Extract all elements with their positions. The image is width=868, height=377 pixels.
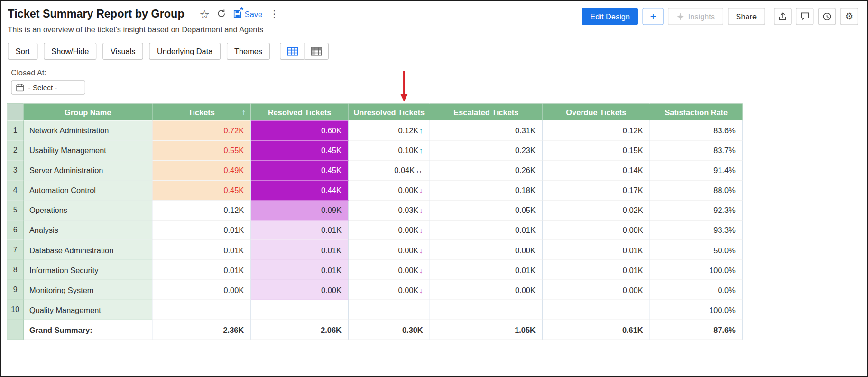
tickets-cell[interactable]: 0.72K xyxy=(152,120,251,140)
unresolved-tickets-cell[interactable]: 0.00K↓ xyxy=(348,220,430,240)
satisfaction-rate-cell[interactable]: 93.3% xyxy=(650,220,742,240)
overdue-tickets-cell[interactable] xyxy=(542,300,650,320)
overdue-tickets-cell[interactable]: 0.17K xyxy=(542,180,650,200)
satisfaction-rate-cell[interactable]: 50.0% xyxy=(650,240,742,260)
unresolved-tickets-cell[interactable]: 0.00K↓ xyxy=(348,240,430,260)
group-name-cell[interactable]: Server Administration xyxy=(24,160,152,180)
settings-button[interactable]: ⚙ xyxy=(840,8,858,25)
resolved-tickets-cell[interactable]: 0.45K xyxy=(251,160,349,180)
escalated-tickets-cell[interactable] xyxy=(430,300,542,320)
closed-at-select[interactable]: - Select - xyxy=(11,80,85,94)
resolved-tickets-cell[interactable]: 0.45K xyxy=(251,140,349,160)
tickets-cell[interactable]: 0.49K xyxy=(152,160,251,180)
group-name-cell[interactable]: Quality Management xyxy=(24,300,152,320)
tickets-cell[interactable] xyxy=(152,300,251,320)
table-view-button[interactable] xyxy=(280,43,304,60)
unresolved-tickets-cell[interactable] xyxy=(348,300,430,320)
more-options-icon[interactable]: ⋮ xyxy=(269,9,279,19)
satisfaction-rate-cell[interactable]: 0.0% xyxy=(650,280,742,300)
escalated-tickets-cell[interactable]: 0.00K xyxy=(430,280,542,300)
group-name-cell[interactable]: Information Security xyxy=(24,260,152,280)
toolbar-button-sort[interactable]: Sort xyxy=(8,43,37,60)
resolved-tickets-cell[interactable]: 0.01K xyxy=(251,260,349,280)
column-header-resolved-tickets[interactable]: Resolved Tickets xyxy=(251,104,349,121)
insights-button[interactable]: Insights xyxy=(668,8,723,25)
resolved-tickets-cell[interactable]: 0.60K xyxy=(251,120,349,140)
unresolved-tickets-cell[interactable]: 0.10K↑ xyxy=(348,140,430,160)
overdue-tickets-cell[interactable]: 0.14K xyxy=(542,160,650,180)
edit-design-button[interactable]: Edit Design xyxy=(582,8,638,25)
satisfaction-rate-cell[interactable]: 100.0% xyxy=(650,260,742,280)
overdue-tickets-cell[interactable]: 0.01K xyxy=(542,240,650,260)
unresolved-tickets-cell[interactable]: 0.00K↓ xyxy=(348,280,430,300)
group-name-cell[interactable]: Database Administration xyxy=(24,240,152,260)
add-button[interactable]: + xyxy=(643,8,664,25)
resolved-tickets-cell[interactable]: 0.00K xyxy=(251,280,349,300)
resolved-tickets-cell[interactable]: 0.01K xyxy=(251,240,349,260)
column-header-tickets[interactable]: Tickets ↑ xyxy=(152,104,251,121)
satisfaction-rate-cell[interactable]: 83.6% xyxy=(650,120,742,140)
group-name-cell[interactable]: Operations xyxy=(24,200,152,220)
resolved-tickets-cell[interactable]: 0.44K xyxy=(251,180,349,200)
escalated-tickets-cell[interactable]: 0.26K xyxy=(430,160,542,180)
column-header-group-name[interactable]: Group Name xyxy=(24,104,152,121)
escalated-tickets-cell[interactable]: 0.01K xyxy=(430,260,542,280)
satisfaction-rate-cell[interactable]: 83.7% xyxy=(650,140,742,160)
export-button[interactable] xyxy=(774,8,791,25)
column-header-escalated-tickets[interactable]: Escalated Tickets xyxy=(430,104,542,121)
tickets-cell[interactable]: 0.01K xyxy=(152,240,251,260)
resolved-tickets-cell[interactable] xyxy=(251,300,349,320)
column-header-satisfaction-rate[interactable]: Satisfaction Rate xyxy=(650,104,742,121)
escalated-tickets-cell[interactable]: 0.31K xyxy=(430,120,542,140)
group-name-cell[interactable]: Network Administration xyxy=(24,120,152,140)
overdue-tickets-cell[interactable]: 0.02K xyxy=(542,200,650,220)
group-name-cell[interactable]: Usability Management xyxy=(24,140,152,160)
comments-button[interactable] xyxy=(796,8,813,25)
overdue-tickets-cell[interactable]: 0.00K xyxy=(542,280,650,300)
history-alert-button[interactable] xyxy=(818,8,836,25)
group-name-cell[interactable]: Automation Control xyxy=(24,180,152,200)
satisfaction-rate-cell[interactable]: 88.0% xyxy=(650,180,742,200)
tickets-cell[interactable]: 0.00K xyxy=(152,280,251,300)
toolbar-buttons: SortShow/HideVisualsUnderlying DataTheme… xyxy=(8,43,270,60)
resolved-tickets-cell[interactable]: 0.01K xyxy=(251,220,349,240)
unresolved-tickets-cell[interactable]: 0.00K↓ xyxy=(348,180,430,200)
escalated-tickets-cell[interactable]: 0.18K xyxy=(430,180,542,200)
tickets-cell[interactable]: 0.12K xyxy=(152,200,251,220)
escalated-tickets-cell[interactable]: 0.05K xyxy=(430,200,542,220)
save-button[interactable]: * Save xyxy=(233,9,262,18)
unresolved-tickets-cell[interactable]: 0.12K↑ xyxy=(348,120,430,140)
row-number-cell: 3 xyxy=(7,160,24,180)
satisfaction-rate-cell[interactable]: 100.0% xyxy=(650,300,742,320)
share-button[interactable]: Share xyxy=(728,8,765,25)
tickets-cell[interactable]: 0.45K xyxy=(152,180,251,200)
satisfaction-rate-cell[interactable]: 91.4% xyxy=(650,160,742,180)
toolbar-button-underlying-data[interactable]: Underlying Data xyxy=(149,43,221,60)
escalated-tickets-cell[interactable]: 0.00K xyxy=(430,240,542,260)
unresolved-tickets-cell[interactable]: 0.00K↓ xyxy=(348,260,430,280)
overdue-tickets-cell[interactable]: 0.01K xyxy=(542,260,650,280)
escalated-tickets-cell[interactable]: 0.01K xyxy=(430,220,542,240)
row-number-cell: 10 xyxy=(7,300,24,320)
group-name-cell[interactable]: Analysis xyxy=(24,220,152,240)
column-header-overdue-tickets[interactable]: Overdue Tickets xyxy=(542,104,650,121)
overdue-tickets-cell[interactable]: 0.15K xyxy=(542,140,650,160)
unresolved-tickets-cell[interactable]: 0.04K↔ xyxy=(348,160,430,180)
tickets-cell[interactable]: 0.01K xyxy=(152,220,251,240)
satisfaction-rate-cell[interactable]: 92.3% xyxy=(650,200,742,220)
favorite-star-icon[interactable]: ☆ xyxy=(199,9,210,20)
pivot-view-button[interactable] xyxy=(305,43,329,60)
overdue-tickets-cell[interactable]: 0.00K xyxy=(542,220,650,240)
group-name-cell[interactable]: Monitoring System xyxy=(24,280,152,300)
toolbar-button-show-hide[interactable]: Show/Hide xyxy=(44,43,97,60)
escalated-tickets-cell[interactable]: 0.23K xyxy=(430,140,542,160)
tickets-cell[interactable]: 0.55K xyxy=(152,140,251,160)
unresolved-tickets-cell[interactable]: 0.03K↓ xyxy=(348,200,430,220)
refresh-icon[interactable] xyxy=(217,9,226,19)
toolbar-button-themes[interactable]: Themes xyxy=(227,43,270,60)
resolved-tickets-cell[interactable]: 0.09K xyxy=(251,200,349,220)
tickets-cell[interactable]: 0.01K xyxy=(152,260,251,280)
overdue-tickets-cell[interactable]: 0.12K xyxy=(542,120,650,140)
column-header-unresolved-tickets[interactable]: Unresolved Tickets xyxy=(348,104,430,121)
toolbar-button-visuals[interactable]: Visuals xyxy=(103,43,143,60)
